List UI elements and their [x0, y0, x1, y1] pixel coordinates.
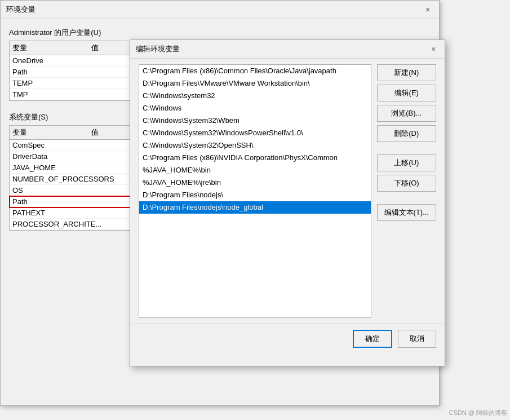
system-var-name-driverdata: DriverData [12, 152, 91, 161]
user-header-name: 变量 [12, 43, 91, 53]
button-spacer [377, 145, 436, 151]
edit-button[interactable]: 编辑(E) [377, 85, 436, 101]
path-item-6[interactable]: C:\Windows\System32\WindowsPowerShell\v1… [139, 127, 371, 139]
button-spacer-2 [377, 195, 436, 201]
user-section-title: Administrator 的用户变量(U) [9, 28, 431, 38]
path-item-2[interactable]: D:\Program Files\VMware\VMware Workstati… [139, 77, 371, 90]
confirm-button[interactable]: 确定 [353, 330, 392, 348]
inner-dialog-buttons: 新建(N) 编辑(E) 浏览(B)... 删除(D) 上移(U) 下移(O) 编… [377, 64, 436, 318]
watermark: CSDN @ 阿标的博客 [449, 409, 507, 417]
inner-dialog-close-button[interactable]: × [428, 43, 439, 55]
move-down-button[interactable]: 下移(O) [377, 175, 436, 192]
path-item-4[interactable]: C:\Windows [139, 102, 371, 114]
outer-dialog-close-button[interactable]: × [422, 4, 433, 15]
user-var-name-path: Path [12, 68, 91, 76]
new-button[interactable]: 新建(N) [377, 64, 436, 81]
user-var-name-tmp: TMP [12, 90, 91, 99]
system-var-name-procarch: PROCESSOR_ARCHITE... [12, 220, 91, 228]
path-item-12[interactable]: D:\Program Files\nodejs\node_global [139, 201, 371, 214]
path-list: C:\Program Files (x86)\Common Files\Orac… [139, 64, 371, 318]
path-item-11[interactable]: D:\Program Files\nodejs\ [139, 189, 371, 201]
user-var-name-temp: TEMP [12, 79, 91, 87]
outer-dialog-title: 环境变量 [6, 5, 36, 15]
path-item-1[interactable]: C:\Program Files (x86)\Common Files\Orac… [139, 65, 371, 77]
system-var-name-numproc: NUMBER_OF_PROCESSORS [12, 175, 91, 183]
user-var-name-onedrive: OneDrive [12, 56, 91, 65]
delete-button[interactable]: 删除(D) [377, 125, 436, 142]
inner-dialog: 编辑环境变量 × C:\Program Files (x86)\Common F… [130, 39, 445, 366]
path-item-10[interactable]: %JAVA_HOME%\jre\bin [139, 176, 371, 189]
inner-dialog-footer: 确定 取消 [130, 324, 445, 353]
inner-dialog-title: 编辑环境变量 [136, 44, 180, 54]
path-item-5[interactable]: C:\Windows\System32\Wbem [139, 114, 371, 127]
system-var-name-os: OS [12, 186, 91, 194]
path-item-9[interactable]: %JAVA_HOME%\bin [139, 164, 371, 176]
system-var-name-comspec: ComSpec [12, 141, 91, 149]
system-var-name-pathext: PATHEXT [12, 209, 91, 217]
inner-dialog-body: C:\Program Files (x86)\Common Files\Orac… [130, 59, 445, 324]
path-item-3[interactable]: C:\Windows\system32 [139, 90, 371, 102]
move-up-button[interactable]: 上移(U) [377, 154, 436, 171]
system-var-name-path: Path [12, 197, 91, 206]
browse-button[interactable]: 浏览(B)... [377, 105, 436, 122]
outer-dialog-titlebar: 环境变量 × [1, 1, 439, 19]
system-var-name-javahome: JAVA_HOME [12, 163, 91, 172]
path-item-8[interactable]: C:\Program Files (x86)\NVIDIA Corporatio… [139, 152, 371, 164]
path-item-7[interactable]: C:\Windows\System32\OpenSSH\ [139, 139, 371, 152]
system-header-name: 变量 [12, 127, 91, 138]
cancel-button[interactable]: 取消 [398, 330, 436, 348]
inner-dialog-titlebar: 编辑环境变量 × [130, 40, 445, 59]
edit-text-button[interactable]: 编辑文本(T)... [377, 204, 436, 221]
